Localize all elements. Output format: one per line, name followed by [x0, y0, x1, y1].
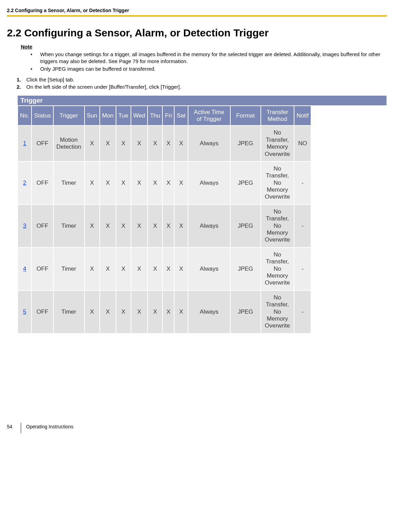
trigger-link[interactable]: 5	[23, 308, 26, 315]
col-no: No.	[18, 106, 31, 125]
table-cell: OFF	[32, 162, 53, 204]
step-item: Click the [Setup] tab.	[17, 76, 387, 83]
table-cell: JPEG	[231, 126, 260, 161]
table-cell: NoTransfer,NoMemoryOverwrite	[261, 248, 294, 290]
trigger-link[interactable]: 4	[23, 265, 26, 272]
table-cell: X	[116, 126, 131, 161]
col-sat: Sat	[175, 106, 188, 125]
table-cell: Timer	[54, 291, 84, 333]
table-cell: OFF	[32, 205, 53, 247]
table-cell: JPEG	[231, 248, 260, 290]
table-cell: NO	[294, 126, 311, 161]
table-header-row: No. Status Trigger Sun Mon Tue Wed Thu F…	[18, 106, 311, 125]
table-row: 5OFFTimerXXXXXXXAlwaysJPEGNoTransfer,NoM…	[18, 291, 311, 333]
table-cell: Always	[188, 126, 230, 161]
table-cell: NoTransfer,MemoryOverwrite	[261, 126, 294, 161]
table-cell: OFF	[32, 248, 53, 290]
table-cell: X	[148, 162, 162, 204]
table-cell: Timer	[54, 162, 84, 204]
col-tue: Tue	[116, 106, 131, 125]
table-cell: 3	[18, 205, 31, 247]
running-header: 2.2 Configuring a Sensor, Alarm, or Dete…	[7, 8, 387, 15]
table-cell: X	[116, 162, 131, 204]
table-cell: X	[175, 205, 188, 247]
steps-list: Click the [Setup] tab. On the left side …	[7, 76, 387, 90]
table-cell: Always	[188, 162, 230, 204]
table-cell: Always	[188, 205, 230, 247]
table-cell: X	[116, 248, 131, 290]
table-cell: X	[116, 291, 131, 333]
table-row: 3OFFTimerXXXXXXXAlwaysJPEGNoTransfer,NoM…	[18, 205, 311, 247]
table-cell: Timer	[54, 248, 84, 290]
col-status: Status	[32, 106, 53, 125]
table-cell: Always	[188, 248, 230, 290]
table-cell: X	[148, 248, 162, 290]
table-cell: X	[85, 205, 99, 247]
table-cell: X	[116, 205, 131, 247]
page-number: 54	[7, 424, 12, 429]
table-cell: X	[175, 162, 188, 204]
page-footer: 54 Operating Instructions	[7, 424, 387, 432]
table-cell: X	[131, 248, 148, 290]
table-cell: -	[294, 291, 311, 333]
col-format: Format	[231, 106, 260, 125]
col-active: Active Timeof Trigger	[188, 106, 230, 125]
table-cell: X	[100, 205, 116, 247]
table-cell: NoTransfer,NoMemoryOverwrite	[261, 162, 294, 204]
table-cell: X	[85, 162, 99, 204]
table-cell: JPEG	[231, 291, 260, 333]
footer-separator	[21, 423, 21, 433]
table-cell: Always	[188, 291, 230, 333]
table-caption: Trigger	[17, 95, 387, 105]
col-trigger: Trigger	[54, 106, 84, 125]
table-cell: NoTransfer,NoMemoryOverwrite	[261, 291, 294, 333]
table-cell: X	[100, 162, 116, 204]
table-cell: X	[131, 126, 148, 161]
note-label: Note	[21, 44, 387, 50]
table-cell: X	[100, 248, 116, 290]
trigger-table: No. Status Trigger Sun Mon Tue Wed Thu F…	[17, 105, 311, 333]
table-cell: X	[85, 126, 99, 161]
table-cell: X	[175, 291, 188, 333]
table-cell: X	[163, 248, 174, 290]
table-row: 4OFFTimerXXXXXXXAlwaysJPEGNoTransfer,NoM…	[18, 248, 311, 290]
table-cell: OFF	[32, 126, 53, 161]
table-cell: X	[163, 126, 174, 161]
table-cell: X	[131, 162, 148, 204]
table-cell: X	[163, 205, 174, 247]
trigger-link[interactable]: 2	[23, 180, 26, 186]
trigger-link[interactable]: 1	[23, 140, 26, 147]
table-cell: -	[294, 162, 311, 204]
table-cell: X	[85, 248, 99, 290]
table-cell: 5	[18, 291, 31, 333]
table-cell: -	[294, 205, 311, 247]
table-cell: X	[175, 126, 188, 161]
table-cell: NoTransfer,NoMemoryOverwrite	[261, 205, 294, 247]
col-wed: Wed	[131, 106, 148, 125]
table-cell: JPEG	[231, 205, 260, 247]
table-row: 2OFFTimerXXXXXXXAlwaysJPEGNoTransfer,NoM…	[18, 162, 311, 204]
table-cell: 1	[18, 126, 31, 161]
col-sun: Sun	[85, 106, 99, 125]
col-transfer: TransferMethod	[261, 106, 294, 125]
table-cell: Timer	[54, 205, 84, 247]
table-cell: X	[148, 205, 162, 247]
trigger-link[interactable]: 3	[23, 223, 26, 229]
table-cell: 2	[18, 162, 31, 204]
table-row: 1OFFMotionDetectionXXXXXXXAlwaysJPEGNoTr…	[18, 126, 311, 161]
step-item: On the left side of the screen under [Bu…	[17, 83, 387, 90]
trigger-screenshot: Trigger No. Status Trigger Sun Mon Tue W…	[17, 95, 387, 333]
table-cell: X	[148, 291, 162, 333]
note-item: Only JPEG images can be buffered or tran…	[30, 66, 387, 72]
note-list: When you change settings for a trigger, …	[21, 51, 387, 73]
table-cell: X	[148, 126, 162, 161]
note-item: When you change settings for a trigger, …	[30, 51, 387, 65]
col-mon: Mon	[100, 106, 116, 125]
table-cell: X	[131, 291, 148, 333]
table-cell: X	[163, 291, 174, 333]
table-cell: X	[163, 162, 174, 204]
table-cell: X	[100, 126, 116, 161]
table-cell: 4	[18, 248, 31, 290]
table-cell: OFF	[32, 291, 53, 333]
footer-label: Operating Instructions	[26, 424, 73, 429]
